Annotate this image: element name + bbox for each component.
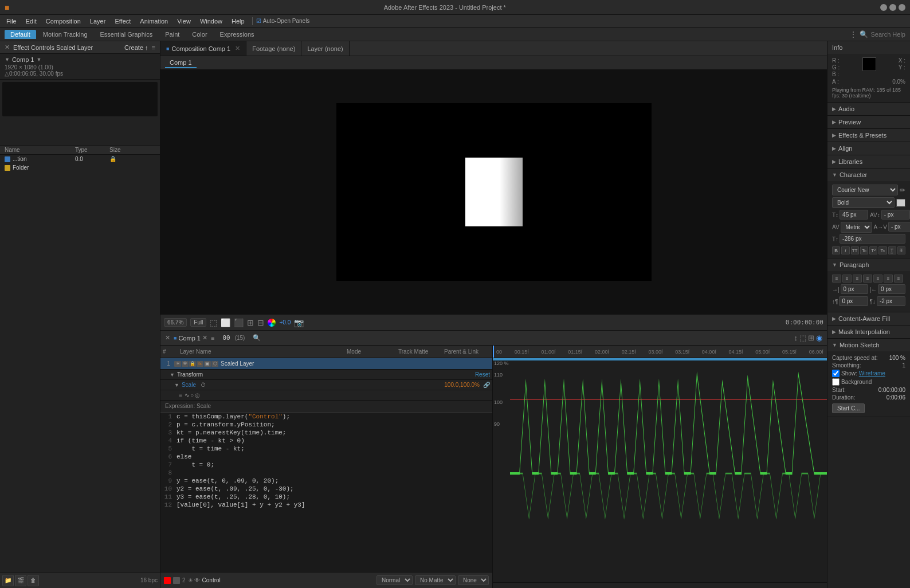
sub-btn[interactable]: T₂ <box>878 246 887 254</box>
ws-tab-motion-tracking[interactable]: Motion Tracking <box>37 30 93 39</box>
comp-tab-footage[interactable]: Footage (none) <box>246 41 301 56</box>
layer-1-row[interactable]: 1 ☀ 👁 🔒 fx ▣ ⬡ Scaled Layer <box>160 358 492 370</box>
menu-edit[interactable]: Edit <box>22 17 41 26</box>
l2-icon-2[interactable]: 👁 <box>194 577 200 583</box>
color-swatch[interactable] <box>896 199 905 207</box>
align-header[interactable]: ▶ Align <box>827 142 910 155</box>
search-help-label[interactable]: Search Help <box>870 31 905 38</box>
baseline-input[interactable] <box>840 234 905 244</box>
justify-center-btn[interactable]: ≡ <box>873 275 882 283</box>
font-size-input[interactable] <box>840 210 868 219</box>
mask-interp-header[interactable]: ▶ Mask Interpolation <box>827 326 910 338</box>
layer-3d-icon[interactable]: ⬡ <box>211 361 218 367</box>
justify-btn[interactable]: ≡ <box>863 275 872 283</box>
timeline-tab-label[interactable]: ■ Comp 1 ✕ <box>174 334 207 342</box>
view-icon-4[interactable]: ⊞ <box>247 318 254 327</box>
italic-btn[interactable]: I <box>841 246 849 254</box>
minimize-btn[interactable] <box>880 4 887 11</box>
timeline-scrollbar[interactable] <box>493 582 827 588</box>
smallcaps-btn[interactable]: Tc <box>860 246 868 254</box>
leading-input[interactable] <box>881 210 910 219</box>
strikethrough-btn[interactable]: T̶ <box>897 246 905 254</box>
paragraph-header[interactable]: ▼ Paragraph <box>827 258 910 271</box>
reset-btn[interactable]: Reset <box>475 371 490 378</box>
effects-presets-header[interactable]: ▶ Effects & Presets <box>827 129 910 142</box>
align-right-btn[interactable]: ≡ <box>853 275 862 283</box>
ws-tab-expressions[interactable]: Expressions <box>214 30 260 39</box>
comp-tab-layer[interactable]: Layer (none) <box>301 41 349 56</box>
auto-open-panels-checkbox[interactable]: ☑ Auto-Open Panels <box>256 18 310 24</box>
info-header[interactable]: Info <box>827 41 910 54</box>
scale-prop-row[interactable]: ▼ Scale ⏱ 100.0,100.0% 🔗 <box>160 380 492 390</box>
space-after-input[interactable] <box>877 296 905 306</box>
layer-2-mode-select[interactable]: Normal <box>376 575 413 585</box>
viewer-tab-comp[interactable]: Comp 1 <box>165 58 197 68</box>
content-aware-header[interactable]: ▶ Content-Aware Fill <box>827 312 910 325</box>
menu-effect[interactable]: Effect <box>111 17 135 26</box>
caps-btn[interactable]: TT <box>851 246 859 254</box>
layer-lock-icon[interactable]: 🔒 <box>189 361 196 367</box>
project-row-folder[interactable]: Folder <box>0 163 160 172</box>
libraries-header[interactable]: ▶ Libraries <box>827 155 910 168</box>
show-wireframe-checkbox[interactable] <box>832 370 840 377</box>
menu-window[interactable]: Window <box>196 17 226 26</box>
align-center-btn[interactable]: ≡ <box>842 275 852 283</box>
code-editor[interactable]: 1 c = thisComp.layer("Control"); 2 p = c… <box>160 412 492 572</box>
layer-2-matte-select[interactable]: No Matte <box>415 575 456 585</box>
tracking-input[interactable] <box>888 222 910 232</box>
ws-tab-paint[interactable]: Paint <box>159 30 185 39</box>
menu-layer[interactable]: Layer <box>86 17 110 26</box>
bold-btn[interactable]: B <box>832 246 840 254</box>
tl-tool-4[interactable]: ◉ <box>816 334 822 342</box>
new-comp-btn[interactable]: 🎬 <box>15 575 26 586</box>
timeline-close-icon[interactable]: ✕ <box>165 334 170 342</box>
layer-solo-icon[interactable]: ☀ <box>174 361 181 367</box>
view-icon-5[interactable]: ⊟ <box>257 318 264 327</box>
layer-motion-blur-icon[interactable]: ▣ <box>204 361 211 367</box>
font-style-select[interactable]: Bold <box>832 197 895 208</box>
tl-tool-1[interactable]: ↕ <box>794 334 798 342</box>
start-capture-btn[interactable]: Start C... <box>832 403 865 413</box>
transform-group-row[interactable]: ▼ Transform Reset <box>160 370 492 380</box>
timecode-display[interactable]: 0:00:00:00 <box>786 319 823 326</box>
quality-select[interactable]: Full <box>190 318 206 327</box>
justify-all-btn[interactable]: ≡ <box>894 275 903 283</box>
font-family-select[interactable]: Courier New <box>832 185 898 195</box>
audio-header[interactable]: ▶ Audio <box>827 103 910 115</box>
maximize-btn[interactable] <box>889 4 896 11</box>
menu-view[interactable]: View <box>173 17 195 26</box>
preview-header[interactable]: ▶ Preview <box>827 116 910 128</box>
show-background-checkbox[interactable] <box>832 378 840 386</box>
character-header[interactable]: ▼ Character <box>827 168 910 181</box>
menu-file[interactable]: File <box>2 17 21 26</box>
layer-vis-icon[interactable]: 👁 <box>182 361 189 367</box>
expr-icon-eq[interactable]: ＝ <box>178 391 183 399</box>
menu-help[interactable]: Help <box>227 17 249 26</box>
playhead[interactable] <box>493 346 494 358</box>
timecode-tl[interactable]: 00 <box>222 334 230 342</box>
tl-tool-2[interactable]: ⬚ <box>799 334 806 342</box>
kerning-select[interactable]: Metrics <box>841 222 872 233</box>
expr-icon-target[interactable]: ◎ <box>195 392 200 398</box>
create-label[interactable]: Create ↑ <box>124 44 148 51</box>
layer-2-none-select[interactable]: None <box>458 575 489 585</box>
indent-right-input[interactable] <box>878 284 905 294</box>
scale-link-icon[interactable]: 🔗 <box>483 382 490 388</box>
eyedropper-icon[interactable]: ✏ <box>900 186 905 194</box>
space-before-input[interactable] <box>839 296 868 306</box>
ws-tab-default[interactable]: Default <box>5 30 36 39</box>
camera-icon[interactable]: 📷 <box>294 318 304 327</box>
ws-tab-essential-graphics[interactable]: Essential Graphics <box>95 30 159 39</box>
scale-value[interactable]: 100.0,100.0% <box>444 382 480 388</box>
work-area-bar[interactable] <box>493 358 827 360</box>
indent-left-input[interactable] <box>841 284 868 294</box>
expr-icon-wave[interactable]: ∿ <box>185 392 189 398</box>
super-btn[interactable]: T² <box>869 246 877 254</box>
justify-right-btn[interactable]: ≡ <box>884 275 893 283</box>
view-icon-1[interactable]: ⬚ <box>210 318 217 327</box>
view-icon-3[interactable]: ⬛ <box>234 318 244 327</box>
comp-tab-close[interactable]: ✕ <box>235 45 240 52</box>
comp-tab-composition[interactable]: ■ Composition Comp 1 ✕ <box>160 41 246 56</box>
delete-btn[interactable]: 🗑 <box>28 575 39 586</box>
align-left-btn[interactable]: ≡ <box>832 275 841 283</box>
